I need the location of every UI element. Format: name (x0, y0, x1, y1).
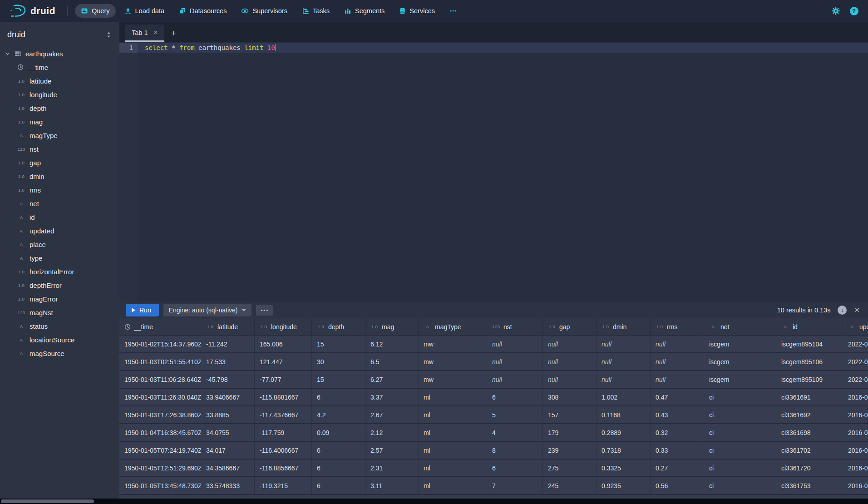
cell[interactable]: iscgem (704, 371, 776, 388)
column-item-rms[interactable]: 1.0rms (0, 183, 119, 197)
cell[interactable]: 4 (487, 424, 543, 441)
column-header-gap[interactable]: 1.0gap (543, 318, 597, 335)
cell[interactable]: null (543, 371, 597, 388)
cell[interactable]: 3.37 (365, 389, 419, 405)
column-item-status[interactable]: Astatus (0, 319, 119, 333)
cell[interactable]: 2022-0 (843, 336, 868, 352)
cell[interactable]: -11.242 (201, 336, 255, 352)
cell[interactable]: 2.57 (365, 442, 419, 459)
cell[interactable]: -116.4006667 (255, 442, 312, 459)
cell[interactable]: 6.5 (365, 353, 419, 370)
cell[interactable]: 157 (543, 406, 597, 423)
column-item-latitude[interactable]: 1.0latitude (0, 74, 119, 88)
column-header-rms[interactable]: 1.0rms (651, 318, 704, 335)
cell[interactable]: 34.3586667 (201, 460, 255, 476)
cell[interactable]: null (487, 353, 543, 370)
cell[interactable]: ml (419, 389, 487, 405)
cell[interactable]: 15 (312, 336, 365, 352)
column-item-updated[interactable]: Aupdated (0, 224, 119, 237)
cell[interactable]: 6.27 (365, 371, 419, 388)
cell[interactable]: -117.759 (255, 424, 312, 441)
cell[interactable]: 30 (312, 353, 365, 370)
column-item-__time[interactable]: __time (0, 60, 119, 74)
run-button[interactable]: Run (126, 304, 159, 316)
column-item-locationSource[interactable]: AlocationSource (0, 333, 119, 346)
cell[interactable]: 0.1168 (597, 406, 651, 423)
cell[interactable]: 2016-0 (843, 442, 868, 459)
column-item-magSource[interactable]: AmagSource (0, 346, 119, 360)
cell[interactable]: iscgem895106 (776, 353, 843, 370)
nav-item-datasources[interactable]: Datasources (173, 4, 232, 18)
cell[interactable]: 33.5748333 (201, 477, 255, 494)
cell[interactable]: 1.002 (597, 389, 651, 405)
nav-item-query[interactable]: Query (75, 4, 116, 18)
cell[interactable]: iscgem (704, 336, 776, 352)
column-item-horizontalError[interactable]: 1.0horizontalError (0, 265, 119, 278)
cell[interactable]: 0.9235 (597, 477, 651, 494)
column-item-magNst[interactable]: 123magNst (0, 306, 119, 319)
cell[interactable]: ci (704, 477, 776, 494)
cell[interactable]: iscgem895104 (776, 336, 843, 352)
column-header-id[interactable]: Aid (776, 318, 843, 335)
cell[interactable]: 33.9406667 (201, 389, 255, 405)
cell[interactable]: ci3361698 (776, 424, 843, 441)
cell[interactable]: 33.8885 (201, 406, 255, 423)
column-header-nst[interactable]: 123nst (487, 318, 543, 335)
column-header-mag[interactable]: 1.0mag (365, 318, 419, 335)
cell[interactable]: -115.8881667 (255, 389, 312, 405)
cell[interactable]: 121.447 (255, 353, 312, 370)
nav-item-supervisors[interactable]: Supervisors (235, 4, 293, 18)
cell[interactable]: 2016-0 (843, 424, 868, 441)
cell[interactable]: 0.27 (651, 460, 704, 476)
nav-item-tasks[interactable]: Tasks (296, 4, 335, 18)
cell[interactable]: 6 (487, 460, 543, 476)
cell[interactable]: 0.2889 (597, 424, 651, 441)
cell[interactable]: -117.4376667 (255, 406, 312, 423)
cell[interactable]: 0.32 (651, 424, 704, 441)
column-header-__time[interactable]: __time (119, 318, 201, 335)
cell[interactable]: 0.7318 (597, 442, 651, 459)
nav-item-services[interactable]: Services (393, 4, 441, 18)
cell[interactable]: 8 (487, 442, 543, 459)
column-item-magError[interactable]: 1.0magError (0, 292, 119, 306)
cell[interactable]: 1950-01-05T12:51:29.690Z (119, 460, 201, 476)
column-item-net[interactable]: Anet (0, 197, 119, 210)
cell[interactable]: 1950-01-05T07:24:19.740Z (119, 442, 201, 459)
column-item-mag[interactable]: 1.0mag (0, 115, 119, 128)
cell[interactable]: 15 (312, 371, 365, 388)
cell[interactable]: ci3361753 (776, 477, 843, 494)
cell[interactable]: 245 (543, 477, 597, 494)
cell[interactable]: null (651, 336, 704, 352)
cell[interactable]: mw (419, 371, 487, 388)
cell[interactable]: 308 (543, 389, 597, 405)
cell[interactable]: ci3361720 (776, 460, 843, 476)
cell[interactable]: 5 (487, 406, 543, 423)
cell[interactable]: 6.12 (365, 336, 419, 352)
cell[interactable]: 1950-01-02T15:14:37.960Z (119, 336, 201, 352)
cell[interactable]: null (597, 371, 651, 388)
cell[interactable]: ml (419, 477, 487, 494)
cell[interactable]: 239 (543, 442, 597, 459)
nav-item-load-data[interactable]: Load data (118, 4, 171, 18)
cell[interactable]: 34.017 (201, 442, 255, 459)
cell[interactable]: 2016-0 (843, 389, 868, 405)
column-header-net[interactable]: Anet (704, 318, 776, 335)
cell[interactable]: 2.67 (365, 406, 419, 423)
column-item-place[interactable]: Aplace (0, 237, 119, 251)
cell[interactable]: 2022-0 (843, 371, 868, 388)
cell[interactable]: -77.077 (255, 371, 312, 388)
cell[interactable]: 1950-01-03T02:51:55.410Z (119, 353, 201, 370)
cell[interactable]: ci (704, 442, 776, 459)
column-header-latitude[interactable]: 1.0latitude (201, 318, 255, 335)
cell[interactable]: null (651, 353, 704, 370)
table-row-earthquakes[interactable]: earthquakes (0, 47, 119, 60)
column-header-depth[interactable]: 1.0depth (312, 318, 365, 335)
cell[interactable]: ci (704, 406, 776, 423)
cell[interactable]: 7 (487, 477, 543, 494)
column-item-magType[interactable]: AmagType (0, 128, 119, 142)
cell[interactable]: 2016-0 (843, 460, 868, 476)
column-item-depthError[interactable]: 1.0depthError (0, 278, 119, 292)
column-item-type[interactable]: Atype (0, 251, 119, 265)
cell[interactable]: 1950-01-04T16:38:45.670Z (119, 424, 201, 441)
cell[interactable]: 4.2 (312, 406, 365, 423)
